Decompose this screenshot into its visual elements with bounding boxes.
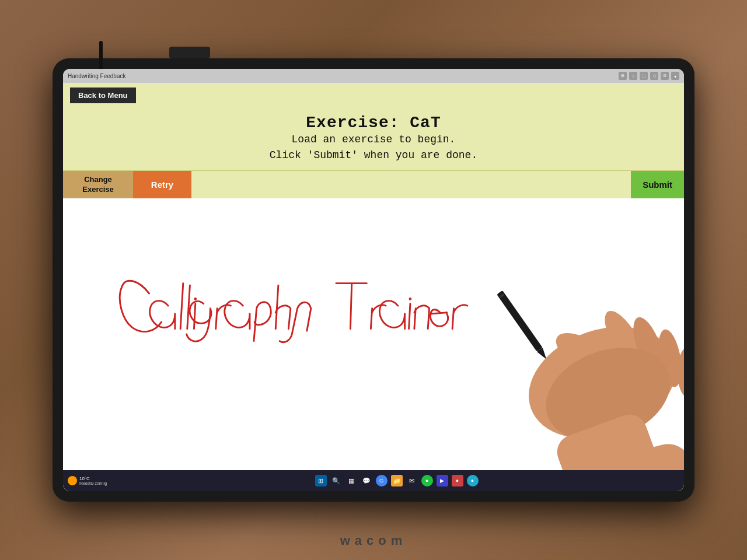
tb-icon-2[interactable]: ○	[629, 72, 637, 80]
cable-1	[99, 41, 103, 70]
tb-icon-4[interactable]: ◇	[650, 72, 658, 80]
app-icon-1[interactable]: ●	[421, 475, 433, 487]
weather-temp: 10°C	[79, 476, 107, 481]
retry-button[interactable]: Retry	[133, 171, 191, 198]
handwriting-canvas	[63, 198, 684, 470]
tablet-device: Handwriting Feedback ⊞ ○ □ ◇ ⚙ ● Back to…	[53, 58, 694, 502]
exercise-title: Exercise: CaT	[63, 114, 684, 132]
tb-icon-6[interactable]: ●	[671, 72, 679, 80]
cable-2	[169, 47, 210, 58]
tb-icon-3[interactable]: □	[640, 72, 648, 80]
mail-icon[interactable]: ✉	[406, 475, 418, 487]
exercise-subtitle-2: Click 'Submit' when you are done.	[63, 148, 684, 163]
app-title: Handwriting Feedback	[68, 73, 126, 79]
exercise-subtitle-1: Load an exercise to begin.	[63, 132, 684, 148]
weather-detail: Meestal zonnig	[79, 481, 107, 485]
tb-icon-1[interactable]: ⊞	[619, 72, 627, 80]
title-bar-icons: ⊞ ○ □ ◇ ⚙ ●	[619, 72, 679, 80]
toolbar: ChangeExercise Retry Submit	[63, 170, 684, 198]
taskbar: 10°C Meestal zonnig ⊞ 🔍 ▦ 💬 G 📁 ✉ ● ▶ ● …	[63, 470, 684, 491]
wacom-brand-label: wacom	[340, 533, 407, 548]
top-bar: Back to Menu	[63, 83, 684, 108]
taskbar-icons: ⊞ 🔍 ▦ 💬 G 📁 ✉ ● ▶ ● ●	[114, 475, 679, 487]
app-icon-2[interactable]: ▶	[437, 475, 448, 487]
title-bar: Handwriting Feedback ⊞ ○ □ ◇ ⚙ ●	[63, 69, 684, 83]
change-exercise-button[interactable]: ChangeExercise	[63, 171, 133, 198]
taskbar-weather: 10°C Meestal zonnig	[68, 476, 107, 485]
weather-icon	[68, 476, 77, 485]
svg-point-0	[194, 298, 197, 300]
tb-icon-5[interactable]: ⚙	[661, 72, 669, 80]
toolbar-spacer	[191, 171, 631, 198]
files-icon[interactable]: 📁	[391, 475, 403, 487]
app-icon-4[interactable]: ●	[467, 475, 479, 487]
search-taskbar-icon[interactable]: 🔍	[330, 475, 342, 487]
submit-button[interactable]: Submit	[631, 171, 684, 198]
svg-point-1	[409, 298, 412, 300]
back-to-menu-button[interactable]: Back to Menu	[70, 88, 136, 103]
app-content: Back to Menu Exercise: CaT Load an exerc…	[63, 83, 684, 491]
chat-icon[interactable]: 💬	[361, 475, 372, 487]
widgets-icon[interactable]: ▦	[345, 475, 357, 487]
canvas-area[interactable]	[63, 198, 684, 470]
weather-info: 10°C Meestal zonnig	[79, 476, 107, 485]
start-icon[interactable]: ⊞	[315, 475, 327, 487]
exercise-header: Exercise: CaT Load an exercise to begin.…	[63, 108, 684, 170]
chrome-icon[interactable]: G	[376, 475, 388, 487]
app-icon-3[interactable]: ●	[452, 475, 463, 487]
screen: Handwriting Feedback ⊞ ○ □ ◇ ⚙ ● Back to…	[63, 69, 684, 491]
